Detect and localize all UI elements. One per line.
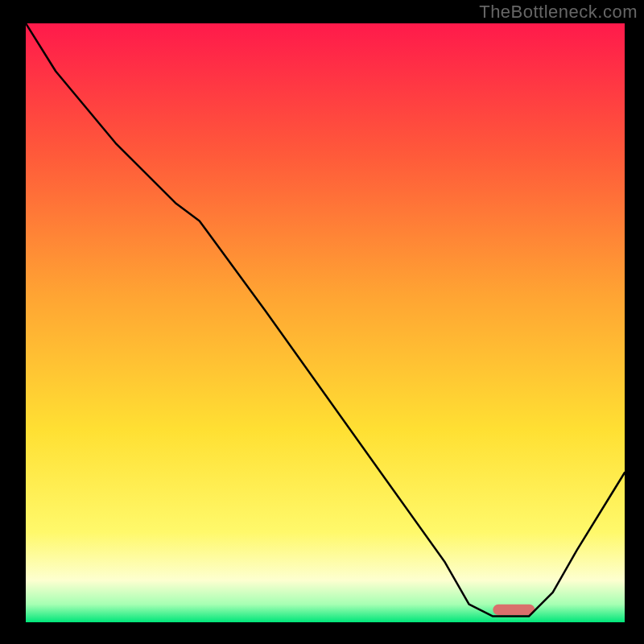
plot-svg bbox=[26, 23, 625, 622]
watermark-text: TheBottleneck.com bbox=[479, 2, 638, 23]
gradient-background bbox=[26, 23, 625, 622]
plot-area bbox=[26, 23, 625, 622]
target-zone bbox=[493, 605, 535, 615]
chart-stage: TheBottleneck.com bbox=[0, 0, 644, 644]
